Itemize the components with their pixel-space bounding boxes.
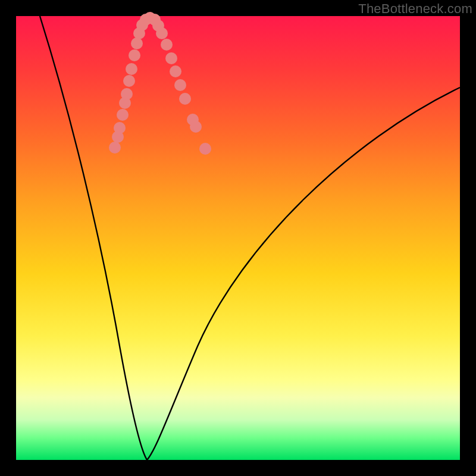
data-point xyxy=(161,39,173,51)
chart-plot-area xyxy=(16,16,460,460)
bottleneck-curve xyxy=(16,16,460,460)
data-point xyxy=(129,49,140,61)
data-point xyxy=(123,75,135,87)
data-point xyxy=(170,65,181,77)
data-point xyxy=(174,79,186,91)
curve-right-branch xyxy=(147,87,460,460)
data-point xyxy=(126,63,137,75)
data-point xyxy=(190,121,202,133)
data-point xyxy=(117,109,129,121)
data-point xyxy=(114,122,126,134)
chart-frame: TheBottleneck.com xyxy=(0,0,476,476)
data-point xyxy=(156,27,168,39)
data-point xyxy=(165,52,177,64)
data-point xyxy=(131,37,143,49)
data-point xyxy=(179,93,191,105)
data-point xyxy=(199,143,211,155)
data-point xyxy=(109,142,121,154)
watermark-text: TheBottleneck.com xyxy=(358,1,472,17)
data-point xyxy=(121,88,133,100)
